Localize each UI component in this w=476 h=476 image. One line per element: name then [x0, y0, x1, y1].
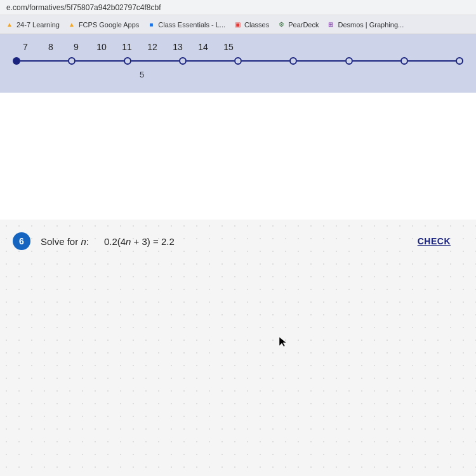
- num-8: 8: [38, 42, 63, 52]
- number-line-section: 7 8 9 10 11 12 13 14 15: [0, 34, 476, 93]
- tab-classes[interactable]: ▣ Classes: [233, 20, 269, 29]
- number-labels: 7 8 9 10 11 12 13 14 15: [13, 42, 463, 52]
- question-6-row: 6 Solve for n: 0.2(4n + 3) = 2.2 CHECK: [0, 220, 476, 263]
- dot-open-2: [124, 57, 131, 65]
- dot-open-7: [400, 57, 408, 65]
- line-3: [131, 60, 179, 62]
- dot-open-5: [289, 57, 297, 65]
- num-15: 15: [216, 42, 241, 52]
- tab-desmos[interactable]: ⊞ Desmos | Graphing...: [326, 20, 404, 29]
- tab-triangle-icon: ▲: [5, 20, 14, 29]
- tab-label: Classes: [244, 21, 269, 29]
- tab-label: 24-7 Learning: [17, 21, 60, 29]
- number-line-dots: [13, 57, 463, 65]
- tab-label: PearDeck: [288, 21, 319, 29]
- tab-label: Class Essentials - L...: [158, 21, 225, 29]
- tab-247learning[interactable]: ▲ 24-7 Learning: [5, 20, 60, 29]
- tab-fcps[interactable]: ▲ FCPS Google Apps: [67, 20, 139, 29]
- line-7: [353, 60, 400, 62]
- num-9: 9: [63, 42, 89, 52]
- main-content: 6 Solve for n: 0.2(4n + 3) = 2.2 CHECK: [0, 220, 476, 476]
- tab-desmos-icon: ⊞: [326, 20, 335, 29]
- url-bar: e.com/formatives/5f75807a942b02797c4f8cb…: [0, 0, 476, 15]
- line-6: [297, 60, 345, 62]
- tab-peardeck[interactable]: ⚙ PearDeck: [277, 20, 319, 29]
- question-equation: 0.2(4n + 3) = 2.2: [104, 236, 418, 247]
- cursor: [279, 337, 287, 347]
- line-4: [187, 60, 234, 62]
- question-number-badge: 6: [13, 232, 30, 250]
- dot-filled: [13, 57, 20, 65]
- line-1: [20, 60, 68, 62]
- tab-peardeck-icon: ⚙: [277, 20, 286, 29]
- dot-open-3: [179, 57, 187, 65]
- tab-label: FCPS Google Apps: [79, 21, 139, 29]
- num-10: 10: [89, 42, 114, 52]
- check-button[interactable]: CHECK: [418, 236, 463, 246]
- num-12: 12: [140, 42, 165, 52]
- tab-class-essentials[interactable]: ■ Class Essentials - L...: [147, 20, 225, 29]
- line-2: [76, 60, 123, 62]
- dot-open-6: [345, 57, 353, 65]
- tab-classes-icon: ▣: [233, 20, 242, 29]
- number-line-container: 7 8 9 10 11 12 13 14 15: [13, 42, 463, 80]
- question-prompt: Solve for n:: [41, 236, 89, 247]
- number-line-label-5: 5: [140, 70, 144, 79]
- num-14: 14: [190, 42, 216, 52]
- num-13: 13: [165, 42, 190, 52]
- num-11: 11: [114, 42, 140, 52]
- tab-square-icon: ■: [147, 20, 155, 29]
- line-5: [242, 60, 289, 62]
- dot-open-8: [456, 57, 463, 65]
- dot-open-4: [234, 57, 242, 65]
- svg-marker-0: [279, 337, 286, 347]
- dot-open-1: [68, 57, 76, 65]
- num-7: 7: [13, 42, 38, 52]
- tab-label: Desmos | Graphing...: [338, 21, 404, 29]
- line-8: [408, 60, 456, 62]
- tab-fcps-icon: ▲: [67, 20, 76, 29]
- browser-tabs: ▲ 24-7 Learning ▲ FCPS Google Apps ■ Cla…: [0, 15, 476, 34]
- url-text: e.com/formatives/5f75807a942b02797c4f8cb…: [6, 3, 161, 12]
